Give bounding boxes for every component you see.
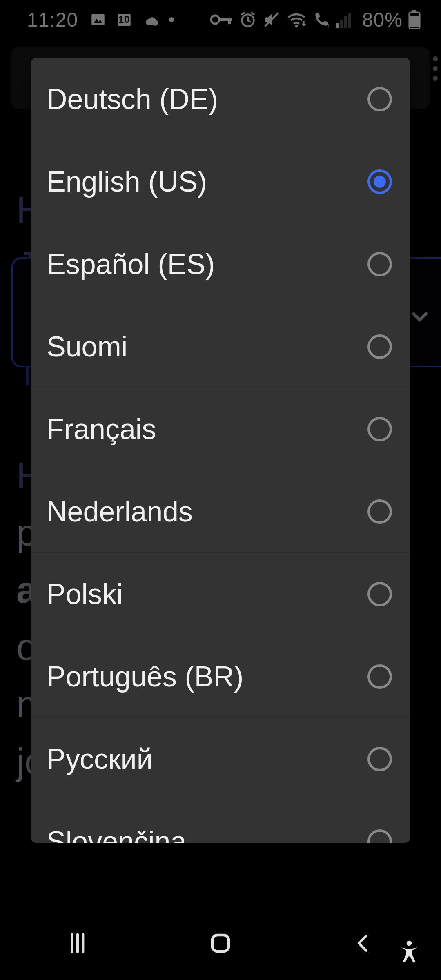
language-select-dialog: Deutsch (DE) English (US) Español (ES) S… (31, 58, 410, 843)
language-option-pt-br[interactable]: Português (BR) (31, 635, 410, 718)
option-label: Deutsch (DE) (47, 83, 218, 116)
language-option-es[interactable]: Español (ES) (31, 223, 410, 305)
radio-icon (368, 417, 392, 441)
language-option-de[interactable]: Deutsch (DE) (31, 58, 410, 140)
option-label: Português (BR) (47, 660, 243, 693)
option-label: Polski (47, 578, 123, 610)
svg-point-23 (407, 941, 412, 946)
radio-icon (368, 87, 392, 111)
radio-icon (368, 747, 392, 771)
language-option-nl[interactable]: Nederlands (31, 470, 410, 553)
svg-rect-22 (212, 935, 229, 951)
radio-icon (368, 829, 392, 843)
language-option-en-us[interactable]: English (US) (31, 140, 410, 223)
language-option-fr[interactable]: Français (31, 388, 410, 470)
recents-button[interactable] (61, 927, 94, 960)
home-button[interactable] (204, 927, 237, 960)
radio-icon (368, 252, 392, 276)
option-label: Nederlands (47, 495, 193, 528)
language-option-sk[interactable]: Slovenčina (31, 800, 410, 843)
option-label: English (US) (47, 165, 207, 198)
navigation-bar (0, 906, 441, 980)
radio-icon (368, 664, 392, 689)
language-option-ru[interactable]: Русский (31, 718, 410, 800)
option-label: Suomi (47, 330, 127, 363)
radio-icon (368, 582, 392, 606)
language-option-pl[interactable]: Polski (31, 553, 410, 635)
option-label: Slovenčina (47, 825, 186, 843)
radio-selected-icon (368, 169, 392, 194)
back-button[interactable] (347, 927, 380, 960)
accessibility-icon[interactable] (397, 939, 421, 964)
language-option-fi[interactable]: Suomi (31, 305, 410, 388)
radio-icon (368, 334, 392, 359)
option-label: Français (47, 413, 156, 445)
option-label: Русский (47, 743, 153, 775)
option-label: Español (ES) (47, 248, 215, 281)
radio-icon (368, 499, 392, 524)
